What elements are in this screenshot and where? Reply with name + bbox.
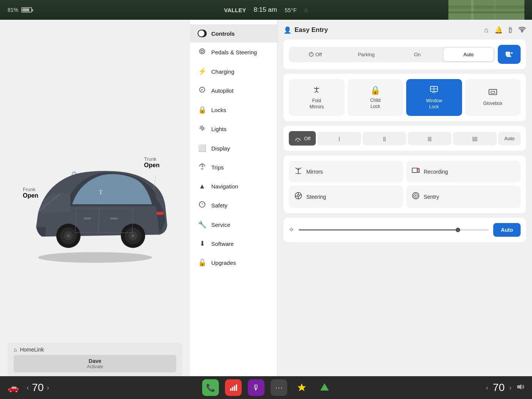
nav-safety-label: Safety xyxy=(211,202,228,209)
app-audio-btn[interactable] xyxy=(225,379,242,396)
child-lock-btn[interactable]: 🔒 ChildLock xyxy=(348,79,404,116)
speed-right-inc[interactable]: › xyxy=(509,384,511,392)
status-bar: 81% VALLEY 8:15 am 55°F ⌂ xyxy=(0,0,532,20)
nav-item-trips[interactable]: Trips xyxy=(190,158,277,177)
app-more-btn[interactable]: ⋯ xyxy=(271,379,287,396)
mode-button-group: Off Parking On Auto xyxy=(289,47,495,62)
bell-icon[interactable]: 🔔 xyxy=(494,26,503,34)
taskbar-apps: 📞 🎙 ⋯ xyxy=(202,379,333,396)
feature-grid: Mirrors Recording xyxy=(289,161,521,208)
wiper-speed-1-btn[interactable]: | xyxy=(317,132,361,145)
homelink-user-btn[interactable]: Dave Activate xyxy=(14,355,176,372)
glovebox-btn[interactable]: Glovebox xyxy=(465,79,521,116)
fold-mirrors-btn[interactable]: FoldMirrors xyxy=(289,79,345,116)
child-lock-icon: 🔒 xyxy=(370,86,380,95)
nav-item-service[interactable]: 🔧 Service xyxy=(190,215,277,234)
nav-item-pedals[interactable]: Pedals & Steering xyxy=(190,43,277,62)
home-header-icon[interactable]: ⌂ xyxy=(484,26,488,34)
pedals-icon xyxy=(198,48,207,57)
upgrades-icon: 🔓 xyxy=(198,258,207,267)
svg-point-5 xyxy=(38,252,152,263)
sentry-feature-label: Sentry xyxy=(424,194,439,200)
nav-item-lights[interactable]: Lights xyxy=(190,119,277,139)
nav-item-autopilot[interactable]: Autopilot xyxy=(190,81,277,100)
wiper-speed-3-btn[interactable]: ||| xyxy=(408,132,451,145)
wiper-speed-2-btn[interactable]: || xyxy=(363,132,406,145)
mode-parking-btn[interactable]: Parking xyxy=(341,48,392,61)
car-display: Frunk Open Trunk Open 🔓 ⚡ xyxy=(15,133,175,278)
mode-on-btn[interactable]: On xyxy=(392,48,443,61)
window-lock-btn[interactable]: WindowLock xyxy=(406,79,462,116)
nav-item-display[interactable]: ⬜ Display xyxy=(190,139,277,158)
lock-card: FoldMirrors 🔒 ChildLock xyxy=(283,74,526,121)
svg-rect-3 xyxy=(494,0,496,20)
person-icon: 👤 xyxy=(283,26,291,34)
svg-line-27 xyxy=(203,129,204,130)
fold-mirrors-icon xyxy=(312,85,321,96)
nav-pedals-label: Pedals & Steering xyxy=(211,49,257,55)
battery-section: 81% xyxy=(8,7,32,13)
nav-item-upgrades[interactable]: 🔓 Upgrades xyxy=(190,253,277,272)
recording-btn[interactable]: Recording xyxy=(406,161,521,182)
sentry-icon xyxy=(412,192,420,202)
mirrors-btn[interactable]: Mirrors xyxy=(289,161,403,182)
nav-item-charging[interactable]: ⚡ Charging xyxy=(190,62,277,81)
location-text: VALLEY xyxy=(224,7,246,13)
mirrors-feature-icon xyxy=(294,167,302,176)
service-icon: 🔧 xyxy=(198,220,207,229)
home-link-icon: ⌂ xyxy=(14,347,17,353)
app-star-btn[interactable] xyxy=(293,379,310,396)
speed-left-dec[interactable]: ‹ xyxy=(27,384,29,392)
svg-point-50 xyxy=(297,195,299,197)
speed-left-section: ‹ 70 › xyxy=(27,382,49,394)
car-svg: T xyxy=(15,145,175,268)
sentry-btn[interactable]: Sentry xyxy=(406,185,521,208)
main-layout: Frunk Open Trunk Open 🔓 ⚡ xyxy=(0,20,532,399)
svg-rect-4 xyxy=(448,11,524,13)
homelink-title: ⌂ HomeLink xyxy=(14,347,176,353)
wiper-auto-btn[interactable]: Auto xyxy=(498,132,521,145)
seat-adjust-btn[interactable] xyxy=(498,45,521,64)
trips-icon xyxy=(198,163,207,172)
nav-item-locks[interactable]: 🔒 Locks xyxy=(190,100,277,119)
svg-point-33 xyxy=(522,31,523,32)
app-green-btn[interactable] xyxy=(316,379,333,396)
mode-off-btn[interactable]: Off xyxy=(290,48,340,61)
bluetooth-icon[interactable]: ₿ xyxy=(509,26,512,34)
svg-marker-67 xyxy=(298,383,306,391)
wifi-icon[interactable] xyxy=(518,26,526,34)
locks-icon: 🔒 xyxy=(198,106,207,114)
brightness-auto-btn[interactable]: Auto xyxy=(493,223,521,237)
nav-item-navigation[interactable]: ▲ Navigation xyxy=(190,177,277,196)
mode-parking-label: Parking xyxy=(358,52,375,57)
app-phone-btn[interactable]: 📞 xyxy=(202,379,219,396)
nav-item-controls[interactable]: Controls xyxy=(190,24,277,43)
mode-auto-btn[interactable]: Auto xyxy=(443,48,494,61)
app-camera-btn[interactable]: 🎙 xyxy=(248,379,264,396)
svg-rect-43 xyxy=(491,91,495,93)
wiper-speed-4-btn[interactable]: |||| xyxy=(453,132,497,145)
car-container: Frunk Open Trunk Open 🔓 ⚡ xyxy=(0,50,190,361)
volume-icon[interactable] xyxy=(516,383,524,392)
svg-point-23 xyxy=(201,127,203,129)
wiper-row: Off | || ||| |||| Auto xyxy=(289,131,521,146)
mode-row: Off Parking On Auto xyxy=(289,45,521,64)
wiper-off-btn[interactable]: Off xyxy=(289,131,316,146)
nav-item-safety[interactable]: Safety xyxy=(190,196,277,215)
fold-mirrors-label: FoldMirrors xyxy=(310,98,324,110)
speed-right-dec[interactable]: ‹ xyxy=(486,384,488,392)
brightness-row: Auto xyxy=(289,223,521,237)
glovebox-label: Glovebox xyxy=(483,101,502,107)
brightness-slider[interactable] xyxy=(299,229,489,231)
recording-feature-label: Recording xyxy=(424,169,448,175)
steering-btn[interactable]: Steering xyxy=(289,185,403,208)
homelink-activate-label: Activate xyxy=(87,364,103,369)
safety-icon xyxy=(198,201,207,210)
mode-auto-label: Auto xyxy=(463,52,473,57)
speed-left-inc[interactable]: › xyxy=(47,384,49,392)
software-icon: ⬇ xyxy=(198,239,207,248)
svg-rect-15 xyxy=(84,218,91,220)
nav-display-label: Display xyxy=(211,145,230,152)
nav-item-software[interactable]: ⬇ Software xyxy=(190,234,277,253)
svg-rect-2 xyxy=(471,0,473,20)
